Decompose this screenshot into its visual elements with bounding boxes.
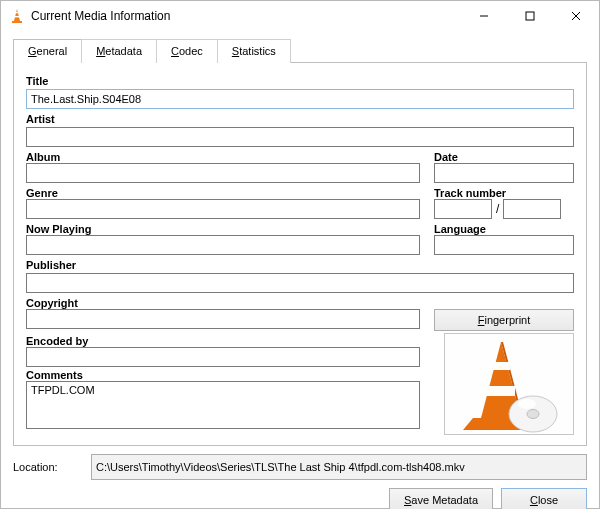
track-separator: / <box>496 202 499 216</box>
comments-field[interactable] <box>26 381 420 429</box>
close-window-button[interactable] <box>553 1 599 31</box>
tab-page-general: Title Artist Album Date Genre <box>13 62 587 446</box>
track-total-field[interactable] <box>503 199 561 219</box>
window-title: Current Media Information <box>31 9 170 23</box>
minimize-button[interactable] <box>461 1 507 31</box>
close-rest: lose <box>538 494 558 506</box>
label-title: Title <box>26 75 574 87</box>
tab-codec-rest: odec <box>179 45 203 57</box>
svg-rect-5 <box>526 12 534 20</box>
artist-field[interactable] <box>26 127 574 147</box>
save-metadata-button[interactable]: Save Metadata <box>389 488 493 509</box>
location-field[interactable] <box>91 454 587 480</box>
tab-metadata-rest: etadata <box>105 45 142 57</box>
label-copyright: Copyright <box>26 297 420 309</box>
tab-general[interactable]: General <box>13 39 82 63</box>
label-genre: Genre <box>26 187 420 199</box>
tab-codec[interactable]: Codec <box>156 39 218 63</box>
label-artist: Artist <box>26 113 574 125</box>
svg-rect-11 <box>487 386 515 396</box>
vlc-cone-icon <box>9 8 25 24</box>
tab-metadata-key: M <box>96 45 105 57</box>
svg-marker-0 <box>14 9 20 21</box>
label-language: Language <box>434 223 574 235</box>
nowplaying-field[interactable] <box>26 235 420 255</box>
tab-codec-key: C <box>171 45 179 57</box>
svg-rect-3 <box>12 21 22 23</box>
tab-strip: General Metadata Codec Statistics <box>13 39 587 63</box>
title-field[interactable] <box>26 89 574 109</box>
vlc-cone-artwork-icon <box>445 334 573 434</box>
close-key: C <box>530 494 538 506</box>
copyright-field[interactable] <box>26 309 420 329</box>
tab-general-key: G <box>28 45 37 57</box>
close-button[interactable]: Close <box>501 488 587 509</box>
fingerprint-rest: ingerprint <box>484 314 530 326</box>
svg-point-16 <box>518 399 536 409</box>
svg-rect-2 <box>14 16 19 17</box>
label-album: Album <box>26 151 420 163</box>
tab-general-rest: eneral <box>37 45 68 57</box>
label-location: Location: <box>13 461 83 473</box>
tab-metadata[interactable]: Metadata <box>81 39 157 63</box>
svg-rect-10 <box>492 362 510 370</box>
album-field[interactable] <box>26 163 420 183</box>
titlebar: Current Media Information <box>1 1 599 31</box>
label-track: Track number <box>434 187 574 199</box>
date-field[interactable] <box>434 163 574 183</box>
maximize-button[interactable] <box>507 1 553 31</box>
svg-rect-1 <box>15 12 19 13</box>
encodedby-field[interactable] <box>26 347 420 367</box>
track-number-field[interactable] <box>434 199 492 219</box>
label-date: Date <box>434 151 574 163</box>
tab-statistics-rest: tatistics <box>239 45 276 57</box>
label-publisher: Publisher <box>26 259 574 271</box>
tab-statistics[interactable]: Statistics <box>217 39 291 63</box>
save-rest: ave Metadata <box>411 494 478 506</box>
genre-field[interactable] <box>26 199 420 219</box>
label-encodedby: Encoded by <box>26 335 420 347</box>
media-info-window: Current Media Information General Metada… <box>0 0 600 509</box>
cover-art-box <box>444 333 574 435</box>
label-nowplaying: Now Playing <box>26 223 420 235</box>
language-field[interactable] <box>434 235 574 255</box>
svg-point-15 <box>527 410 539 419</box>
fingerprint-button[interactable]: Fingerprint <box>434 309 574 331</box>
publisher-field[interactable] <box>26 273 574 293</box>
label-comments: Comments <box>26 369 420 381</box>
